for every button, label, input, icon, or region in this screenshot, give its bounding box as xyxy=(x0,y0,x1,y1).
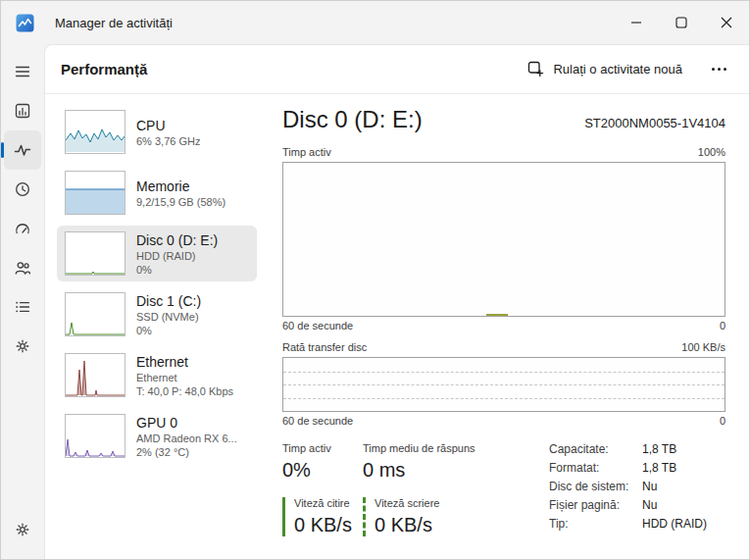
stats-section: Timp activ 0% Timp mediu de răspuns 0 ms… xyxy=(282,442,725,536)
more-options-button[interactable] xyxy=(702,55,735,84)
perf-item-name: GPU 0 xyxy=(136,415,237,431)
perf-item-texts: Ethernet Ethernet T: 40,0 P: 48,0 Kbps xyxy=(136,354,233,397)
detail-value: 1,8 TB xyxy=(642,442,707,456)
disk-activity-blip xyxy=(486,314,508,316)
cpu-sparkline xyxy=(65,110,125,154)
perf-item-name: Ethernet xyxy=(136,354,233,370)
perf-item-ethernet[interactable]: Ethernet Ethernet T: 40,0 P: 48,0 Kbps xyxy=(57,347,257,403)
axis-right-label: 0 xyxy=(720,320,725,331)
perf-item-memory[interactable]: Memorie 9,2/15,9 GB (58%) xyxy=(57,165,257,221)
axis-left-label: 60 de secunde xyxy=(282,320,353,331)
page-header: Performanță Rulați o activitate nouă xyxy=(45,45,749,94)
perf-item-cpu[interactable]: CPU 6% 3,76 GHz xyxy=(57,104,257,160)
gridline xyxy=(283,384,725,385)
axis-right-label: 0 xyxy=(720,415,725,427)
more-options-icon xyxy=(724,68,726,71)
task-manager-app-icon xyxy=(16,14,34,32)
disk0-sparkline xyxy=(65,231,125,276)
sidebar-item-startup-apps[interactable] xyxy=(4,209,41,248)
page-title: Performanță xyxy=(61,61,147,77)
navigation-rail xyxy=(1,44,44,559)
detail-value: Nu xyxy=(642,480,707,493)
stat-active-time: Timp activ 0% xyxy=(282,442,363,482)
perf-item-detail: Ethernet xyxy=(136,372,233,383)
perf-item-detail2: 2% (32 °C) xyxy=(136,446,237,458)
new-task-icon xyxy=(527,61,544,77)
disk-detail-panel: Disc 0 (D: E:) ST2000NM0055-1V4104 Timp … xyxy=(282,104,725,559)
sidebar-item-services[interactable] xyxy=(4,327,41,366)
minimize-button[interactable] xyxy=(614,1,659,44)
detail-value: HDD (RAID) xyxy=(642,517,707,531)
details-list-icon xyxy=(14,298,31,316)
panel-head: Disc 0 (D: E:) ST2000NM0055-1V4104 xyxy=(282,106,725,133)
axis-left-label: 60 de secunde xyxy=(282,415,353,427)
maximize-button[interactable] xyxy=(659,1,704,44)
perf-item-detail: 6% 3,76 GHz xyxy=(136,135,200,147)
sidebar-item-processes[interactable] xyxy=(4,91,41,130)
transfer-rate-max: 100 KB/s xyxy=(681,341,725,353)
perf-item-disk1[interactable]: Disc 1 (C:) SSD (NVMe) 0% xyxy=(57,286,257,342)
minimize-icon xyxy=(630,17,642,28)
performance-pulse-icon xyxy=(14,141,31,159)
perf-item-name: Memorie xyxy=(136,178,225,194)
settings-gear-icon xyxy=(14,521,31,538)
window-controls xyxy=(614,1,749,44)
sidebar-item-settings[interactable] xyxy=(4,510,41,549)
content-area: Performanță Rulați o activitate nouă CPU xyxy=(44,44,749,559)
menu-button[interactable] xyxy=(4,52,41,91)
detail-label: Fișier pagină: xyxy=(549,498,642,512)
perf-item-texts: Memorie 9,2/15,9 GB (58%) xyxy=(136,178,225,208)
run-new-task-button[interactable]: Rulați o activitate nouă xyxy=(518,55,692,83)
detail-value: 1,8 TB xyxy=(642,461,707,475)
hamburger-menu-icon xyxy=(14,63,31,80)
active-time-label: Timp activ xyxy=(282,146,331,158)
run-new-task-label: Rulați o activitate nouă xyxy=(553,62,682,76)
stat-write-speed: Viteză scriere 0 KB/s xyxy=(363,497,520,536)
memory-sparkline xyxy=(65,171,125,215)
perf-item-detail2: T: 40,0 P: 48,0 Kbps xyxy=(136,385,233,397)
perf-item-disk0[interactable]: Disc 0 (D: E:) HDD (RAID) 0% xyxy=(57,226,257,281)
sidebar-item-details[interactable] xyxy=(4,287,41,327)
detail-label: Tip: xyxy=(549,517,642,531)
gridline xyxy=(283,372,725,373)
perf-item-detail2: 0% xyxy=(136,264,218,276)
sidebar-item-app-history[interactable] xyxy=(4,170,41,209)
active-time-axis: 60 de secunde 0 xyxy=(282,320,725,331)
perf-item-gpu[interactable]: GPU 0 AMD Radeon RX 6... 2% (32 °C) xyxy=(57,408,257,464)
transfer-chart-labels: Rată transfer disc 100 KB/s xyxy=(282,341,725,353)
disk1-sparkline xyxy=(65,292,125,336)
disk-details-table: Capacitate: 1,8 TB Formatat: 1,8 TB Disc… xyxy=(549,442,707,536)
perf-item-name: Disc 0 (D: E:) xyxy=(136,232,218,248)
stat-avg-response-time: Timp mediu de răspuns 0 ms xyxy=(363,442,520,482)
device-id: ST2000NM0055-1V4104 xyxy=(584,116,725,130)
services-gear-icon xyxy=(14,337,31,355)
perf-item-detail: SSD (NVMe) xyxy=(136,311,201,323)
gridline xyxy=(283,398,725,399)
panel-title: Disc 0 (D: E:) xyxy=(282,106,423,133)
performance-body: CPU 6% 3,76 GHz Memorie 9,2/15,9 GB (58%… xyxy=(45,94,749,559)
perf-item-detail: AMD Radeon RX 6... xyxy=(136,433,237,444)
perf-item-texts: CPU 6% 3,76 GHz xyxy=(136,118,200,147)
sidebar-item-users[interactable] xyxy=(4,248,41,287)
users-icon xyxy=(14,259,31,277)
perf-item-detail: 9,2/15,9 GB (58%) xyxy=(136,196,225,208)
perf-item-texts: Disc 1 (C:) SSD (NVMe) 0% xyxy=(136,293,201,336)
close-icon xyxy=(721,17,732,28)
active-time-chart xyxy=(282,162,725,317)
stats-grid: Timp activ 0% Timp mediu de răspuns 0 ms… xyxy=(282,442,520,536)
detail-label: Disc de sistem: xyxy=(549,480,642,493)
detail-label: Capacitate: xyxy=(549,442,642,456)
perf-item-detail: HDD (RAID) xyxy=(136,250,218,262)
ethernet-sparkline xyxy=(65,353,125,397)
transfer-rate-axis: 60 de secunde 0 xyxy=(282,415,725,427)
titlebar: Manager de activități xyxy=(1,1,749,44)
sidebar-item-performance[interactable] xyxy=(4,130,41,170)
perf-item-name: CPU xyxy=(136,118,200,133)
close-button[interactable] xyxy=(704,1,749,44)
gpu-sparkline xyxy=(65,414,125,458)
detail-value: Nu xyxy=(642,498,707,512)
perf-item-texts: Disc 0 (D: E:) HDD (RAID) 0% xyxy=(136,232,218,276)
transfer-rate-label: Rată transfer disc xyxy=(282,341,367,353)
stat-read-speed: Viteză citire 0 KB/s xyxy=(282,497,363,536)
perf-item-detail2: 0% xyxy=(136,325,201,336)
